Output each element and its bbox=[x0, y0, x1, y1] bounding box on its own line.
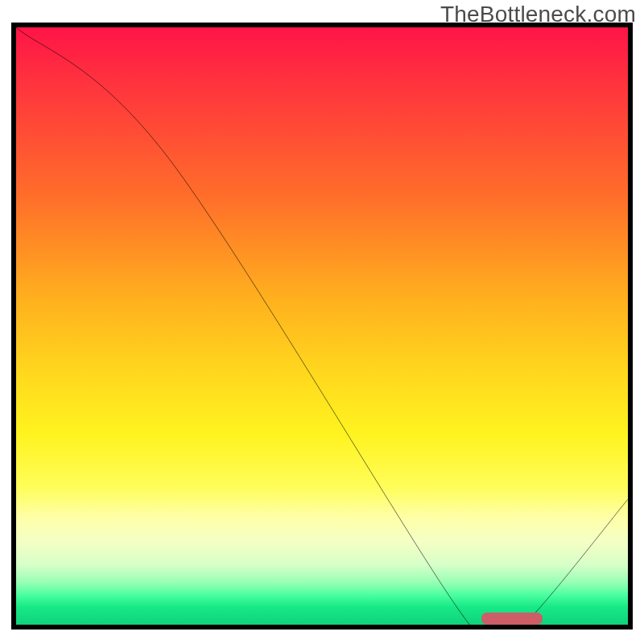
chart-container: TheBottleneck.com bbox=[0, 0, 644, 644]
plot-area bbox=[11, 23, 633, 630]
optimal-range-marker bbox=[481, 613, 543, 625]
bottleneck-curve bbox=[16, 27, 628, 625]
